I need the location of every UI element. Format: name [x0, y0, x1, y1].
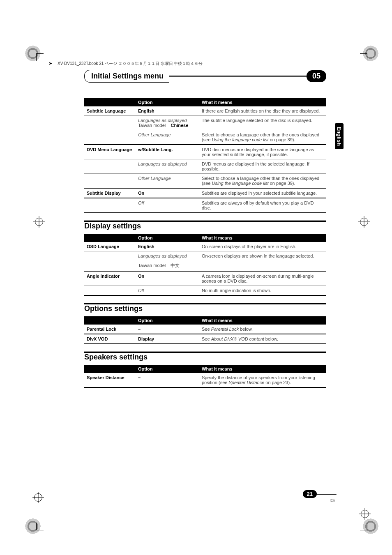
cell-setting: OSD Language: [84, 242, 136, 251]
col-header-setting: Setting: [84, 365, 136, 373]
cell-option: Off: [136, 198, 199, 213]
cell-setting: Parental Lock: [84, 325, 136, 334]
cell-means: DVD disc menus are displayed in the same…: [199, 145, 326, 159]
table-row: Languages as displayed On-screen display…: [84, 251, 326, 261]
cell-option: On: [136, 188, 199, 198]
table-row: Other Language Select to choose a langua…: [84, 130, 326, 145]
table-row: Off No multi-angle indication is shown.: [84, 286, 326, 296]
chapter-header: Initial Settings menu 05: [84, 70, 326, 83]
crop-mark: [360, 53, 367, 61]
cell-setting: DVD Menu Language: [84, 145, 136, 159]
col-header-option: Option: [136, 234, 199, 242]
cell-option: Other Language: [136, 174, 199, 189]
registration-target-icon: [34, 493, 42, 502]
cell-means: Select to choose a language other than t…: [199, 130, 326, 145]
page-tail: [316, 494, 337, 495]
cell-means: See About DivX® VOD content below.: [199, 334, 326, 344]
cell-option: Taiwan model – 中文: [136, 260, 199, 271]
col-header-means: What it means: [199, 234, 326, 242]
book-source-line: XV-DV131_232T.book 21 ページ ２００５年５月１１日 水曜日…: [58, 61, 203, 67]
cell-means: No multi-angle indication is shown.: [199, 286, 326, 296]
page-number-badge: 21 En: [303, 490, 337, 502]
registration-target-icon: [35, 218, 43, 226]
table-row: Languages as displayed DVD menus are dis…: [84, 159, 326, 174]
cell-option: English: [136, 242, 199, 251]
col-header-setting: Setting: [84, 234, 136, 242]
section-heading-display: Display settings: [84, 221, 326, 230]
settings-table-options: Setting Option What it means Parental Lo…: [84, 316, 326, 344]
chapter-number: 05: [307, 70, 326, 82]
cell-means: On-screen displays are shown in the lang…: [199, 251, 326, 261]
cell-option: –: [136, 373, 199, 387]
cell-means: On-screen displays of the player are in …: [199, 242, 326, 251]
col-header-option: Option: [136, 316, 199, 325]
crop-mark: [36, 53, 44, 61]
col-header-means: What it means: [199, 316, 326, 325]
settings-table-language: Setting Option What it means Subtitle La…: [84, 98, 326, 213]
crop-mark: [36, 523, 44, 530]
cell-option: Display: [136, 334, 199, 344]
cell-means: Subtitles are displayed in your selected…: [199, 188, 326, 198]
option-text: Languages as displayed: [138, 118, 187, 123]
cell-option: Languages as displayed: [136, 159, 199, 174]
header-rule: [169, 76, 307, 76]
table-row: Subtitle Language English If there are E…: [84, 106, 326, 116]
cell-setting: Angle Indicator: [84, 271, 136, 286]
registration-target-icon: [360, 218, 368, 226]
option-text: Taiwan model –: [138, 123, 171, 128]
cell-option: w/Subtitle Lang.: [136, 145, 199, 159]
cell-option: Other Language: [136, 130, 199, 145]
cell-means: DVD menus are displayed in the selected …: [199, 159, 326, 174]
settings-table-speakers: Setting Option What it means Speaker Dis…: [84, 365, 326, 388]
cell-option: Languages as displayed: [136, 251, 199, 261]
table-row: OSD Language English On-screen displays …: [84, 242, 326, 251]
cell-means: The subtitle language selected on the di…: [199, 116, 326, 130]
settings-table-display: Setting Option What it means OSD Languag…: [84, 234, 326, 296]
page-number: 21: [303, 490, 317, 498]
cell-means: Specify the distance of your speakers fr…: [199, 373, 326, 387]
col-header-setting: Setting: [84, 316, 136, 325]
table-row: Languages as displayed Taiwan model – Ch…: [84, 116, 326, 130]
table-row: Parental Lock – See Parental Lock below.: [84, 325, 326, 334]
cell-option: Off: [136, 286, 199, 296]
table-row: DivX VOD Display See About DivX® VOD con…: [84, 334, 326, 344]
chapter-title: Initial Settings menu: [84, 70, 169, 83]
cell-setting: Subtitle Language: [84, 106, 136, 116]
cell-option: On: [136, 271, 199, 286]
table-row: Subtitle Display On Subtitles are displa…: [84, 188, 326, 198]
page-lang: En: [303, 498, 337, 502]
cell-option: Languages as displayed Taiwan model – Ch…: [136, 116, 199, 130]
section-heading-options: Options settings: [84, 303, 326, 313]
cell-means: Select to choose a language other than t…: [199, 174, 326, 189]
table-row: Speaker Distance – Specify the distance …: [84, 373, 326, 387]
cell-means: If there are English subtitles on the di…: [199, 106, 326, 116]
table-row: Other Language Select to choose a langua…: [84, 174, 326, 189]
table-row: DVD Menu Language w/Subtitle Lang. DVD d…: [84, 145, 326, 159]
col-header-means: What it means: [199, 98, 326, 106]
col-header-means: What it means: [199, 365, 326, 373]
cell-option: –: [136, 325, 199, 334]
arrow-icon: ➤: [48, 61, 52, 66]
cell-setting: Speaker Distance: [84, 373, 136, 387]
registration-target-icon: [361, 510, 369, 518]
col-header-setting: Setting: [84, 98, 136, 106]
table-row: Off Subtitles are always off by default …: [84, 198, 326, 213]
cell-means: A camera icon is displayed on-screen dur…: [199, 271, 326, 286]
col-header-option: Option: [136, 365, 199, 373]
cell-means: See Parental Lock below.: [199, 325, 326, 334]
cell-setting: Subtitle Display: [84, 188, 136, 198]
option-text: Chinese: [171, 123, 189, 128]
language-side-tab: English: [335, 123, 344, 149]
table-row: Taiwan model – 中文: [84, 260, 326, 271]
cell-setting: DivX VOD: [84, 334, 136, 344]
section-heading-speakers: Speakers settings: [84, 352, 326, 362]
col-header-option: Option: [136, 98, 199, 106]
crop-mark: [360, 523, 367, 530]
cell-option: English: [136, 106, 199, 116]
table-row: Angle Indicator On A camera icon is disp…: [84, 271, 326, 286]
cell-means: Subtitles are always off by default when…: [199, 198, 326, 213]
